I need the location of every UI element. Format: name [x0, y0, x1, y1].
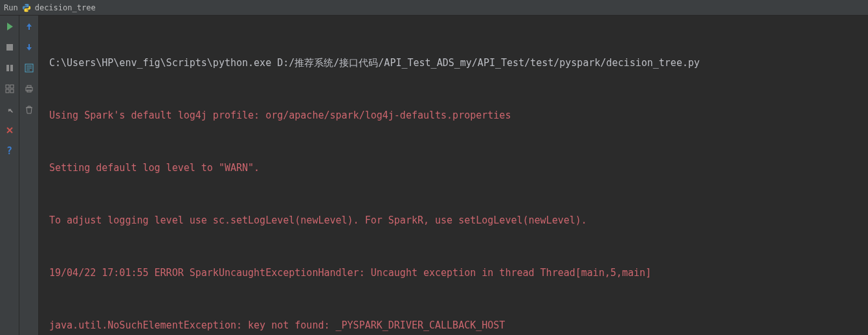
- python-file-icon: [22, 3, 31, 12]
- stop-icon[interactable]: [4, 41, 16, 53]
- svg-rect-2: [10, 65, 13, 71]
- secondary-toolbar: [19, 16, 39, 335]
- console-error-line: Setting default log level to "WARN".: [49, 159, 868, 177]
- console-command-line: C:\Users\HP\env_fig\Scripts\python.exe D…: [49, 54, 868, 72]
- wrap-icon[interactable]: [23, 62, 35, 74]
- run-icon[interactable]: [4, 21, 16, 32]
- close-icon[interactable]: [4, 124, 16, 136]
- help-icon[interactable]: ?: [4, 145, 16, 157]
- svg-rect-3: [6, 85, 9, 88]
- console-output[interactable]: C:\Users\HP\env_fig\Scripts\python.exe D…: [39, 16, 868, 335]
- svg-rect-5: [6, 89, 9, 93]
- svg-rect-9: [27, 86, 31, 87]
- pin-icon[interactable]: [4, 104, 16, 115]
- run-label: Run: [4, 3, 18, 12]
- left-toolbar: ?: [0, 16, 19, 335]
- svg-rect-1: [6, 65, 9, 71]
- svg-rect-4: [10, 85, 14, 88]
- pause-icon[interactable]: [4, 62, 16, 74]
- console-error-line: Using Spark's default log4j profile: org…: [49, 107, 868, 124]
- run-tab-name[interactable]: decision_tree: [35, 3, 96, 12]
- down-arrow-icon[interactable]: [23, 41, 35, 53]
- print-icon[interactable]: [23, 83, 35, 95]
- console-error-line: To adjust logging level use sc.setLogLev…: [49, 212, 868, 229]
- svg-rect-6: [10, 89, 14, 93]
- svg-rect-0: [6, 44, 13, 51]
- run-tool-body: ? C:\Users\HP\env_fig\Scripts\python.exe…: [0, 16, 868, 335]
- console-error-line: 19/04/22 17:01:55 ERROR SparkUncaughtExc…: [49, 264, 868, 282]
- layout-icon[interactable]: [4, 83, 16, 95]
- trash-icon[interactable]: [23, 104, 35, 115]
- run-tool-header: Run decision_tree: [0, 0, 868, 16]
- up-arrow-icon[interactable]: [23, 21, 35, 32]
- console-error-line: java.util.NoSuchElementException: key no…: [49, 317, 868, 334]
